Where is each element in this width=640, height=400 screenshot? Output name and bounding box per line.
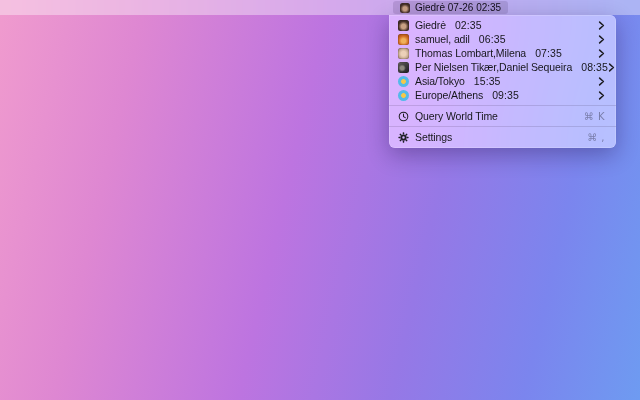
menu-separator [389,126,616,127]
chevron-right-icon [598,91,605,100]
menu-bar: Giedrė 07-26 02:35 [0,0,640,15]
avatar [400,3,410,13]
menu-item-giedre[interactable]: Giedrė 02:35 [389,18,616,32]
time-value: 02:35 [455,19,482,31]
time-value: 08:35 [581,61,608,73]
person-name: Thomas Lombart,Milena [415,47,526,59]
desktop-background: Giedrė 07-26 02:35 Giedrė 02:35 samuel, … [0,0,640,400]
avatar [398,48,409,59]
menu-item-settings[interactable]: Settings ⌘ , [389,130,616,144]
time-value: 06:35 [479,33,506,45]
chevron-right-icon [598,21,605,30]
menu-item-thomas-milena[interactable]: Thomas Lombart,Milena 07:35 [389,46,616,60]
menu-item-samuel-adil[interactable]: samuel, adil 06:35 [389,32,616,46]
clock-icon [398,111,409,122]
avatar [398,34,409,45]
time-value: 15:35 [474,75,501,87]
chevron-right-icon [598,77,605,86]
menu-bar-item-label: Giedrė 07-26 02:35 [415,2,501,13]
chevron-right-icon [608,63,615,72]
menu-item-per-daniel[interactable]: Per Nielsen Tikær,Daniel Sequeira 08:35 [389,60,616,74]
timezone-name: Europe/Athens [415,89,483,101]
person-name: samuel, adil [415,33,470,45]
menu-item-asia-tokyo[interactable]: Asia/Tokyo 15:35 [389,74,616,88]
chevron-right-icon [598,49,605,58]
action-label: Settings [415,131,452,143]
person-name: Giedrė [415,19,446,31]
gear-icon [398,132,409,143]
world-clock-menu: Giedrė 02:35 samuel, adil 06:35 Thomas L… [389,15,616,148]
avatar [398,62,409,73]
time-value: 07:35 [535,47,562,59]
menu-item-query-world-time[interactable]: Query World Time ⌘ K [389,109,616,123]
keyboard-shortcut: ⌘ , [587,132,605,143]
menu-separator [389,105,616,106]
action-label: Query World Time [415,110,498,122]
globe-icon [398,90,409,101]
time-value: 09:35 [492,89,519,101]
timezone-name: Asia/Tokyo [415,75,465,87]
chevron-right-icon [598,35,605,44]
globe-icon [398,76,409,87]
menu-item-europe-athens[interactable]: Europe/Athens 09:35 [389,88,616,102]
avatar [398,20,409,31]
keyboard-shortcut: ⌘ K [584,111,605,122]
menu-bar-world-clock-item[interactable]: Giedrė 07-26 02:35 [393,1,508,14]
person-name: Per Nielsen Tikær,Daniel Sequeira [415,61,572,73]
